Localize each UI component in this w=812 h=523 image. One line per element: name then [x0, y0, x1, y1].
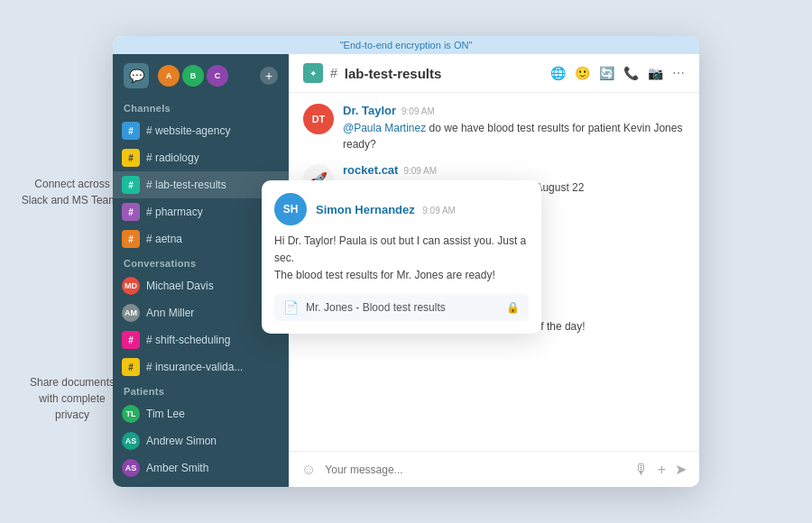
avatar-1: A: [158, 65, 180, 87]
msg-header: rocket.cat 9:09 AM: [343, 163, 685, 177]
file-name: Mr. Jones - Blood test results: [306, 301, 446, 314]
channel-label: # radiology: [146, 151, 199, 164]
conv-avatar: MD: [122, 277, 140, 295]
outer-wrapper: Connect across Slack and MS Teams Share …: [0, 0, 812, 523]
lock-icon: 🔒: [506, 301, 520, 314]
phone-icon[interactable]: 📞: [623, 66, 639, 80]
popup-file[interactable]: 📄 Mr. Jones - Blood test results 🔒: [274, 294, 529, 321]
video-icon[interactable]: 📷: [648, 66, 663, 80]
popup-card: SH Simon Hernandez 9:09 AM Hi Dr. Taylor…: [262, 180, 541, 334]
refresh-icon[interactable]: 🔄: [599, 66, 614, 80]
chat-icon: 💬: [124, 63, 149, 88]
encryption-banner: "End-to-end encryption is ON": [113, 36, 699, 54]
channel-icon: #: [122, 358, 140, 376]
channel-label: # website-agency: [146, 124, 230, 137]
avatar-group: A B C: [158, 65, 228, 87]
patient-amber-smith[interactable]: AS Amber Smith: [113, 454, 289, 482]
message-row: DT Dr. Taylor 9:09 AM @Paula Martinez do…: [303, 104, 685, 152]
patient-label: Amber Smith: [146, 462, 208, 474]
emoji-button[interactable]: ☺: [301, 462, 316, 478]
chat-header-icons: 🌐 🙂 🔄 📞 📷 ⋯: [550, 66, 685, 80]
patients-section-title: Patients: [113, 381, 289, 400]
avatar-3: C: [207, 65, 228, 87]
channel-radiology[interactable]: # # radiology: [113, 144, 289, 171]
channel-app-icon: ✦: [303, 63, 323, 83]
channel-icon: #: [122, 203, 140, 221]
patient-tim-lee[interactable]: TL Tim Lee: [113, 400, 289, 427]
mic-button[interactable]: 🎙: [634, 462, 649, 478]
avatar-2: B: [182, 65, 204, 87]
popup-sender: Simon Hernandez: [316, 203, 415, 216]
sidebar-header: 💬 A B C +: [113, 54, 289, 97]
message-input-area: ☺ 🎙 + ➤: [289, 451, 699, 487]
channel-icon: #: [122, 122, 140, 140]
msg-time: 9:09 AM: [403, 166, 437, 176]
annotation-share: Share documents with complete privacy: [18, 374, 126, 423]
globe-icon[interactable]: 🌐: [550, 66, 566, 80]
attachment-button[interactable]: +: [658, 462, 666, 478]
channel-label: # shift-scheduling: [146, 334, 230, 346]
popup-text: Hi Dr. Taylor! Paula is out but I can as…: [274, 233, 529, 285]
send-button[interactable]: ➤: [675, 461, 687, 478]
message-input[interactable]: [325, 463, 624, 476]
annotation-connect: Connect across Slack and MS Teams: [18, 176, 126, 208]
channel-icon: #: [122, 149, 140, 167]
chat-header: ✦ # lab-test-results 🌐 🙂 🔄 📞 📷 ⋯: [289, 54, 699, 93]
patient-avatar: AS: [122, 459, 140, 477]
file-icon: 📄: [283, 300, 299, 315]
conv-avatar: AM: [122, 304, 140, 322]
patient-andrew-simon[interactable]: AS Andrew Simon: [113, 427, 289, 454]
msg-sender: Dr. Taylor: [343, 104, 396, 117]
hash-icon: #: [330, 66, 337, 80]
patient-label: Andrew Simon: [146, 435, 217, 447]
channel-icon: #: [122, 176, 140, 194]
channel-shift-scheduling[interactable]: # # shift-scheduling: [113, 326, 289, 353]
popup-header: SH Simon Hernandez 9:09 AM: [274, 193, 529, 225]
msg-sender: rocket.cat: [343, 163, 398, 177]
chat-title: lab-test-results: [345, 66, 442, 81]
popup-time: 9:09 AM: [422, 206, 456, 216]
popup-avatar: SH: [274, 193, 307, 225]
conv-label: Ann Miller: [146, 307, 194, 319]
more-icon[interactable]: ⋯: [672, 66, 685, 80]
popup-sender-group: Simon Hernandez 9:09 AM: [316, 201, 456, 217]
channel-label: # lab-test-results: [146, 179, 226, 191]
patient-avatar: AS: [122, 432, 140, 450]
msg-time: 9:09 AM: [401, 106, 435, 116]
channel-website-agency[interactable]: # # website-agency: [113, 117, 289, 144]
channel-icon: #: [122, 230, 140, 248]
add-button[interactable]: +: [260, 67, 278, 85]
msg-avatar: DT: [303, 104, 334, 134]
channel-label: # insurance-valida...: [146, 361, 243, 373]
msg-content: Dr. Taylor 9:09 AM @Paula Martinez do we…: [343, 104, 685, 152]
channel-icon: #: [122, 331, 140, 349]
channel-label: # aetna: [146, 233, 182, 245]
msg-header: Dr. Taylor 9:09 AM: [343, 104, 685, 117]
msg-text: @Paula Martinez do we have blood test re…: [343, 120, 685, 152]
mention: @Paula Martinez: [343, 122, 426, 134]
conv-label: Michael Davis: [146, 280, 214, 292]
channel-label: # pharmacy: [146, 206, 203, 218]
channels-section-title: Channels: [113, 97, 289, 117]
emoji-icon[interactable]: 🙂: [575, 66, 590, 80]
channel-insurance[interactable]: # # insurance-valida...: [113, 353, 289, 381]
patient-avatar: TL: [122, 405, 140, 423]
patient-label: Tim Lee: [146, 408, 185, 420]
